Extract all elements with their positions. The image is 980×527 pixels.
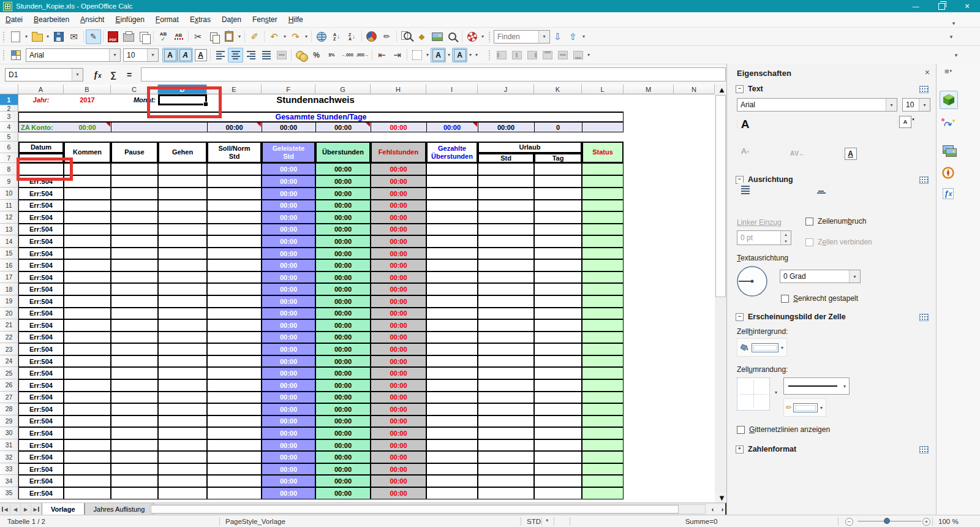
cell-K27[interactable] [534, 392, 582, 404]
paste-dropdown[interactable]: ▾ [236, 29, 243, 44]
cell-H22[interactable]: 00:00 [371, 332, 426, 344]
cell-A15[interactable]: Err:504 [18, 248, 64, 260]
font-color-button[interactable]: A [452, 48, 467, 63]
cell-F27[interactable]: 00:00 [262, 392, 315, 404]
subscript-button[interactable]: A₂ [738, 143, 752, 158]
wrap-text-checkbox[interactable]: Zeilenumbruch [805, 217, 866, 226]
column-header-N[interactable]: N [674, 85, 715, 94]
checkbox-icon[interactable] [805, 238, 813, 246]
cell-J17[interactable] [478, 271, 534, 284]
cell-H25[interactable]: 00:00 [371, 367, 426, 379]
cell-L35[interactable] [582, 487, 624, 499]
cell-G24[interactable]: 00:00 [315, 355, 371, 368]
cell-reference-input[interactable] [6, 70, 72, 79]
cell-K21[interactable] [534, 319, 582, 332]
cell-G29[interactable]: 00:00 [315, 415, 371, 428]
cell-H15[interactable]: 00:00 [371, 248, 426, 260]
cell-L25[interactable] [582, 367, 624, 379]
cell-E30[interactable] [207, 427, 262, 439]
format-table-button[interactable] [8, 48, 23, 63]
cell-A13[interactable]: Err:504 [18, 224, 64, 236]
cell-K31[interactable] [534, 439, 582, 452]
italic-button[interactable]: A [178, 48, 193, 63]
standard-toolbar-overflow[interactable]: ▾ [948, 29, 954, 44]
find-toolbar-overflow[interactable]: ▾ [581, 29, 587, 44]
cell-A16[interactable]: Err:504 [18, 259, 64, 271]
cell-H29[interactable]: 00:00 [371, 415, 426, 428]
cell-A22[interactable]: Err:504 [18, 332, 64, 344]
cell-E12[interactable] [207, 211, 262, 224]
cell-E9[interactable] [207, 175, 262, 188]
spin-up-button[interactable]: ▲ [781, 231, 791, 238]
cell-A23[interactable]: Err:504 [18, 343, 64, 355]
cell-H10[interactable]: 00:00 [371, 188, 426, 200]
cell-F8[interactable]: 00:00 [262, 163, 315, 175]
cell-H21[interactable]: 00:00 [371, 319, 426, 332]
cell-B24[interactable] [64, 355, 111, 368]
cell-J11[interactable] [478, 200, 534, 212]
cell-E35[interactable] [207, 487, 262, 499]
cell-B31[interactable] [64, 439, 111, 452]
percent-format-button[interactable]: % [309, 48, 324, 63]
cell-H32[interactable]: 00:00 [371, 451, 426, 463]
open-button[interactable] [29, 29, 45, 44]
cell-C16[interactable] [111, 259, 158, 271]
cell-D24[interactable] [158, 355, 207, 368]
row-header-10[interactable]: 10 [0, 188, 18, 200]
cell-G18[interactable]: 00:00 [315, 283, 371, 295]
orientation-dial[interactable] [736, 265, 769, 298]
row-header-34[interactable]: 34 [0, 475, 18, 487]
cell-F17[interactable]: 00:00 [262, 271, 315, 284]
object-align-bottom-button[interactable] [570, 48, 586, 63]
row-header-21[interactable]: 21 [0, 319, 18, 332]
cell-A11[interactable]: Err:504 [18, 200, 64, 212]
cell-C35[interactable] [111, 487, 158, 499]
line-style-dropdown[interactable]: ▾ [841, 384, 848, 389]
cell-H23[interactable]: 00:00 [371, 343, 426, 355]
row-header-25[interactable]: 25 [0, 367, 18, 379]
cell-G13[interactable]: 00:00 [315, 224, 371, 236]
hyperlink-button[interactable] [314, 29, 329, 44]
cell-I11[interactable] [426, 200, 478, 212]
cell-I13[interactable] [426, 224, 478, 236]
redo-button[interactable]: ↷ [288, 29, 303, 44]
cell-H34[interactable]: 00:00 [371, 475, 426, 487]
sidebar-tab-styles[interactable]: ↷ [940, 116, 957, 134]
cell-A28[interactable]: Err:504 [18, 403, 64, 415]
section-header-cell-appearance[interactable]: − Erscheinungsbild der Zelle [736, 313, 846, 321]
header-cell-gezahlte-überstunden[interactable]: GezahlteÜberstunden [426, 142, 478, 163]
cell-B18[interactable] [64, 283, 111, 295]
toolbar-grip[interactable] [2, 31, 6, 42]
row-header-5[interactable]: 5 [0, 132, 18, 142]
cell-C17[interactable] [111, 271, 158, 284]
cell-B33[interactable] [64, 463, 111, 476]
cell-G26[interactable]: 00:00 [315, 379, 371, 392]
cell-I14[interactable] [426, 235, 478, 248]
cell-G23[interactable]: 00:00 [315, 343, 371, 355]
cell-J4[interactable]: 00:00 [478, 122, 534, 132]
cell-C10[interactable] [111, 188, 158, 200]
cell-C34[interactable] [111, 475, 158, 487]
cell-G15[interactable]: 00:00 [315, 248, 371, 260]
function-wizard-button[interactable]: ƒx [89, 70, 105, 80]
cell-E28[interactable] [207, 403, 262, 415]
cell-I17[interactable] [426, 271, 478, 284]
cell-A24[interactable]: Err:504 [18, 355, 64, 368]
section-header-number-format[interactable]: + Zahlenformat [736, 445, 796, 453]
background-color-button[interactable]: A [431, 48, 446, 63]
cell-L34[interactable] [582, 475, 624, 487]
cell-B27[interactable] [64, 392, 111, 404]
cell-A20[interactable]: Err:504 [18, 308, 64, 320]
first-sheet-button[interactable]: ◀ [0, 503, 10, 515]
row-header-27[interactable]: 27 [0, 392, 18, 404]
column-header-L[interactable]: L [582, 85, 624, 94]
cell-C19[interactable] [111, 295, 158, 308]
cell-J34[interactable] [478, 475, 534, 487]
cell-B10[interactable] [64, 188, 111, 200]
cell-C12[interactable] [111, 211, 158, 224]
cell-E22[interactable] [207, 332, 262, 344]
format-paintbrush-button[interactable]: ✐ [247, 29, 262, 44]
cell-L10[interactable] [582, 188, 624, 200]
font-name-input[interactable] [26, 51, 109, 59]
cell-I35[interactable] [426, 487, 478, 499]
